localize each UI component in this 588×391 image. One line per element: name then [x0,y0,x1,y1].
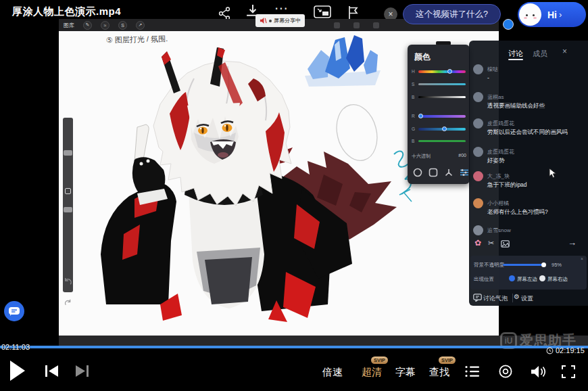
previous-button[interactable] [45,365,59,377]
handwritten-note: ⑤ 图层打光 / 氛围. [106,34,168,45]
assistant-pill[interactable]: Hi › [518,2,586,27]
screen-left-label[interactable]: 屏幕左边 [517,276,537,283]
color-disc-icon[interactable] [413,168,422,177]
wrench-tool-icon[interactable]: ✎ [83,21,92,30]
settings-close-icon[interactable]: × [581,256,583,261]
hue-knob[interactable] [447,69,452,74]
redo-icon[interactable] [64,299,72,306]
select-tool-icon[interactable]: S [118,21,127,30]
green-knob[interactable] [442,127,447,131]
procreate-sidebar [63,118,73,292]
harmony-mode-icon[interactable] [444,168,454,177]
avatar [473,64,483,74]
opacity-slider[interactable] [503,264,546,266]
avatar [473,92,483,102]
hex-label: 十六进制 [412,153,431,160]
layers-tool-icon[interactable] [373,22,379,28]
brush-size-slider[interactable] [64,150,72,156]
send-arrow-icon[interactable]: → [568,237,577,248]
discussion-bubble-icon[interactable] [473,294,482,302]
chat-actions-row: 讨论气泡 ⚙ 设置 [469,292,588,306]
red-slider[interactable]: R [408,114,470,119]
svip-badge: SVIP [371,356,388,364]
radio-screen-left[interactable] [509,275,515,281]
progress-bar[interactable] [0,346,588,348]
emoji-flower-icon[interactable]: ✿ [474,238,481,248]
adjust-tool-icon[interactable]: ≈ [101,21,109,30]
chat-close-button[interactable]: × [562,47,567,56]
brush-tool-icon[interactable] [334,22,340,28]
settings-button[interactable]: 设置 [521,294,533,303]
video-player-screen: 厚涂人物上色演示.mp4 屏幕分享中 ⋯ × [0,0,588,391]
ai-question-text: 这个视频讲了什么? [416,9,488,20]
hex-value: #00 [458,153,466,158]
quality-button[interactable]: 超清 [362,366,382,379]
clock-icon [546,347,554,354]
color-panel: 颜色 H S B R G B 十六进制 #00 [408,45,470,184]
tab-discussion[interactable]: 讨论 [508,49,523,59]
modify-button[interactable] [65,188,71,194]
assistant-avatar [519,3,541,26]
right-tool-group [334,22,379,28]
value-mode-icon[interactable] [460,168,469,177]
image-icon[interactable] [501,240,510,248]
gear-icon[interactable]: ⚙ [514,293,520,300]
find-button[interactable]: 查找 [429,366,449,379]
share-icon [218,7,231,20]
gallery-button[interactable]: 图库 [64,22,74,29]
brightness-slider[interactable]: B [408,95,470,100]
green-slider[interactable]: G [408,127,470,132]
crystal-sketch [305,35,381,87]
color-panel-modes [408,168,470,177]
video-title: 厚涂人物上色演示.mp4 [12,5,121,18]
share-tooltip-label: 屏幕分享中 [274,17,301,24]
radio-screen-right[interactable] [539,275,545,281]
speed-button[interactable]: 倍速 [322,366,343,379]
volume-icon[interactable] [531,365,546,378]
avatar [473,147,483,157]
record-icon[interactable] [498,364,513,379]
speaker-muted-icon [260,17,267,24]
chat-panel: 讨论 成员 × 檬哒 - 蓝桐as 透视要画辅助线会好些 皮蛋鸡蛋花 劳斯以后还… [469,41,588,306]
ai-question-bubble[interactable]: 这个视频讲了什么? [403,4,501,24]
play-button[interactable] [9,361,26,381]
discussion-bubble-button[interactable]: 讨论气泡 [483,294,508,303]
opacity-slider-knob[interactable] [541,262,546,267]
transform-tool-icon[interactable]: ↗ [136,21,145,30]
fullscreen-icon[interactable] [562,365,575,378]
scissors-icon[interactable]: ✂ [488,239,494,248]
chat-input-toolbar: ✿ ✂ → [469,237,588,251]
screen-share-tooltip: 屏幕分享中 [255,14,305,27]
opacity-label: 背景不透明度 [474,262,504,269]
current-color-swatch[interactable] [503,19,514,30]
chevron-right-icon: › [559,9,562,20]
red-knob[interactable] [418,114,423,118]
saturation-slider[interactable]: S [408,82,470,87]
total-time-group: 02:19:15 [546,346,585,354]
tab-members[interactable]: 成员 [533,49,547,59]
undo-icon[interactable] [64,277,72,286]
subtitles-button[interactable]: 字幕 [395,366,416,379]
brush-opacity-slider[interactable] [64,207,72,212]
recording-dot [269,20,272,22]
smudge-tool-icon[interactable] [353,22,360,28]
playlist-icon[interactable] [465,365,480,377]
screen-right-label[interactable]: 屏幕右边 [547,276,568,283]
danmaku-settings-card: × 背景不透明度 95% 出现位置 屏幕左边 屏幕右边 [470,256,587,290]
mouse-cursor [549,168,557,179]
chat-bubble-icon [9,307,20,316]
next-button[interactable] [74,365,89,377]
active-tab-underline [508,59,523,60]
hue-slider[interactable]: H [408,69,470,74]
pip-icon [314,5,331,19]
sketch-ellipse [331,100,383,165]
blue-slider[interactable]: B [408,139,470,144]
avatar [473,171,483,181]
classic-mode-icon[interactable] [428,168,438,177]
chat-fab-button[interactable] [4,301,24,321]
avatar [473,118,483,129]
assistant-greeting: Hi [547,9,557,20]
avatar [473,225,483,235]
position-label: 出现位置 [474,276,494,283]
current-time: 02:11:03 [1,343,30,351]
